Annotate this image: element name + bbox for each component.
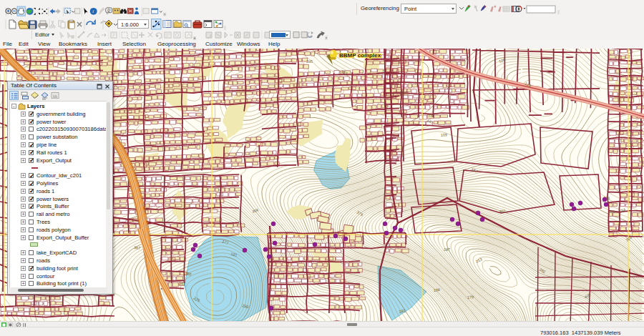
svg-text:BBMP complex: BBMP complex [339,52,381,59]
svg-text:109: 109 [441,132,448,137]
svg-text:163: 163 [608,209,615,214]
svg-text:187: 187 [444,247,450,252]
svg-text:401: 401 [499,209,506,214]
svg-text:179: 179 [467,295,474,300]
svg-text:395: 395 [306,59,313,64]
svg-text:i: i [92,9,94,14]
svg-text:@: @ [107,8,111,12]
svg-text:198: 198 [433,287,440,292]
svg-text:367: 367 [134,245,141,250]
svg-text:131: 131 [428,113,435,118]
